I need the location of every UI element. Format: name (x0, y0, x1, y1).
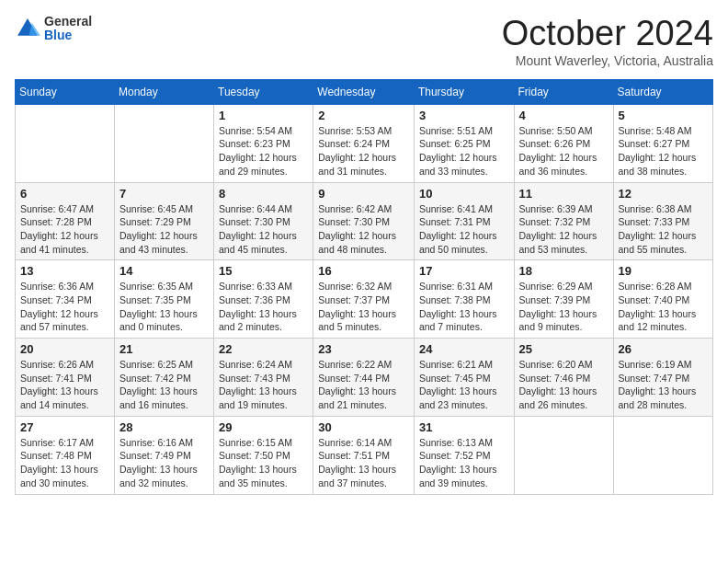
day-detail: Sunrise: 6:24 AMSunset: 7:43 PMDaylight:… (219, 358, 308, 412)
day-number: 22 (219, 342, 308, 356)
week-row-5: 27Sunrise: 6:17 AMSunset: 7:48 PMDayligh… (16, 416, 713, 494)
day-detail: Sunrise: 5:51 AMSunset: 6:25 PMDaylight:… (419, 124, 509, 178)
calendar-cell: 1Sunrise: 5:54 AMSunset: 6:23 PMDaylight… (214, 104, 313, 182)
page-header: General Blue October 2024 Mount Waverley… (15, 15, 713, 68)
calendar-cell: 16Sunrise: 6:32 AMSunset: 7:37 PMDayligh… (313, 260, 415, 339)
day-number: 27 (20, 420, 109, 434)
calendar-cell: 20Sunrise: 6:26 AMSunset: 7:41 PMDayligh… (16, 339, 115, 417)
day-number: 28 (119, 420, 209, 434)
calendar-header-row: SundayMondayTuesdayWednesdayThursdayFrid… (16, 79, 713, 104)
day-detail: Sunrise: 6:38 AMSunset: 7:33 PMDaylight:… (619, 202, 708, 257)
day-detail: Sunrise: 6:16 AMSunset: 7:49 PMDaylight:… (119, 436, 209, 490)
calendar-cell: 23Sunrise: 6:22 AMSunset: 7:44 PMDayligh… (313, 339, 415, 417)
calendar-cell (514, 416, 613, 494)
logo-general: General (44, 15, 92, 29)
day-detail: Sunrise: 6:36 AMSunset: 7:34 PMDaylight:… (20, 280, 109, 334)
day-number: 5 (619, 109, 708, 122)
calendar-cell: 19Sunrise: 6:28 AMSunset: 7:40 PMDayligh… (613, 260, 712, 339)
logo-icon (15, 16, 40, 41)
day-number: 17 (419, 264, 509, 278)
calendar-cell: 18Sunrise: 6:29 AMSunset: 7:39 PMDayligh… (514, 260, 613, 339)
calendar-cell: 26Sunrise: 6:19 AMSunset: 7:47 PMDayligh… (613, 339, 712, 417)
day-number: 13 (20, 264, 109, 278)
day-detail: Sunrise: 6:22 AMSunset: 7:44 PMDaylight:… (318, 358, 409, 412)
day-number: 9 (318, 187, 409, 201)
day-detail: Sunrise: 6:29 AMSunset: 7:39 PMDaylight:… (519, 280, 609, 334)
day-number: 8 (219, 187, 308, 201)
calendar-cell: 6Sunrise: 6:47 AMSunset: 7:28 PMDaylight… (16, 182, 115, 260)
day-detail: Sunrise: 6:35 AMSunset: 7:35 PMDaylight:… (119, 280, 209, 334)
calendar-cell: 14Sunrise: 6:35 AMSunset: 7:35 PMDayligh… (115, 260, 214, 339)
day-number: 26 (619, 342, 708, 356)
calendar-cell: 11Sunrise: 6:39 AMSunset: 7:32 PMDayligh… (514, 182, 613, 260)
day-detail: Sunrise: 6:21 AMSunset: 7:45 PMDaylight:… (419, 358, 509, 412)
header-day-sunday: Sunday (16, 79, 115, 104)
week-row-3: 13Sunrise: 6:36 AMSunset: 7:34 PMDayligh… (16, 260, 713, 339)
week-row-2: 6Sunrise: 6:47 AMSunset: 7:28 PMDaylight… (16, 182, 713, 260)
day-detail: Sunrise: 5:48 AMSunset: 6:27 PMDaylight:… (619, 124, 708, 178)
calendar-cell: 25Sunrise: 6:20 AMSunset: 7:46 PMDayligh… (514, 339, 613, 417)
day-number: 24 (419, 342, 509, 356)
day-detail: Sunrise: 6:28 AMSunset: 7:40 PMDaylight:… (619, 280, 708, 334)
header-day-tuesday: Tuesday (214, 79, 313, 104)
day-detail: Sunrise: 6:25 AMSunset: 7:42 PMDaylight:… (119, 358, 209, 412)
day-detail: Sunrise: 5:54 AMSunset: 6:23 PMDaylight:… (219, 124, 308, 178)
calendar-cell: 24Sunrise: 6:21 AMSunset: 7:45 PMDayligh… (414, 339, 514, 417)
day-number: 6 (20, 187, 109, 201)
calendar-cell: 7Sunrise: 6:45 AMSunset: 7:29 PMDaylight… (115, 182, 214, 260)
month-title: October 2024 (502, 15, 713, 53)
day-detail: Sunrise: 6:44 AMSunset: 7:30 PMDaylight:… (219, 202, 308, 257)
day-detail: Sunrise: 5:53 AMSunset: 6:24 PMDaylight:… (318, 124, 409, 178)
day-number: 3 (419, 109, 509, 122)
day-number: 18 (519, 264, 609, 278)
calendar-cell: 22Sunrise: 6:24 AMSunset: 7:43 PMDayligh… (214, 339, 313, 417)
day-detail: Sunrise: 6:41 AMSunset: 7:31 PMDaylight:… (419, 202, 509, 257)
calendar-cell: 28Sunrise: 6:16 AMSunset: 7:49 PMDayligh… (115, 416, 214, 494)
day-number: 10 (419, 187, 509, 201)
day-detail: Sunrise: 6:13 AMSunset: 7:52 PMDaylight:… (419, 436, 509, 490)
header-day-monday: Monday (115, 79, 214, 104)
day-number: 23 (318, 342, 409, 356)
calendar-cell: 12Sunrise: 6:38 AMSunset: 7:33 PMDayligh… (613, 182, 712, 260)
calendar-cell: 5Sunrise: 5:48 AMSunset: 6:27 PMDaylight… (613, 104, 712, 182)
day-detail: Sunrise: 6:14 AMSunset: 7:51 PMDaylight:… (318, 436, 409, 490)
day-number: 1 (219, 109, 308, 122)
week-row-4: 20Sunrise: 6:26 AMSunset: 7:41 PMDayligh… (16, 339, 713, 417)
day-detail: Sunrise: 6:15 AMSunset: 7:50 PMDaylight:… (219, 436, 308, 490)
day-number: 21 (119, 342, 209, 356)
day-number: 15 (219, 264, 308, 278)
header-day-saturday: Saturday (613, 79, 712, 104)
calendar-cell: 10Sunrise: 6:41 AMSunset: 7:31 PMDayligh… (414, 182, 514, 260)
calendar-table: SundayMondayTuesdayWednesdayThursdayFrid… (15, 79, 713, 495)
week-row-1: 1Sunrise: 5:54 AMSunset: 6:23 PMDaylight… (16, 104, 713, 182)
calendar-cell: 3Sunrise: 5:51 AMSunset: 6:25 PMDaylight… (414, 104, 514, 182)
day-number: 31 (419, 420, 509, 434)
day-detail: Sunrise: 6:45 AMSunset: 7:29 PMDaylight:… (119, 202, 209, 257)
day-number: 12 (619, 187, 708, 201)
day-number: 20 (20, 342, 109, 356)
day-number: 30 (318, 420, 409, 434)
calendar-cell: 15Sunrise: 6:33 AMSunset: 7:36 PMDayligh… (214, 260, 313, 339)
day-number: 14 (119, 264, 209, 278)
day-detail: Sunrise: 6:26 AMSunset: 7:41 PMDaylight:… (20, 358, 109, 412)
day-number: 2 (318, 109, 409, 122)
calendar-cell: 4Sunrise: 5:50 AMSunset: 6:26 PMDaylight… (514, 104, 613, 182)
day-detail: Sunrise: 6:32 AMSunset: 7:37 PMDaylight:… (318, 280, 409, 334)
calendar-cell (613, 416, 712, 494)
day-detail: Sunrise: 6:17 AMSunset: 7:48 PMDaylight:… (20, 436, 109, 490)
calendar-cell: 2Sunrise: 5:53 AMSunset: 6:24 PMDaylight… (313, 104, 415, 182)
calendar-cell: 27Sunrise: 6:17 AMSunset: 7:48 PMDayligh… (16, 416, 115, 494)
calendar-cell: 8Sunrise: 6:44 AMSunset: 7:30 PMDaylight… (214, 182, 313, 260)
day-detail: Sunrise: 6:33 AMSunset: 7:36 PMDaylight:… (219, 280, 308, 334)
day-number: 4 (519, 109, 609, 122)
day-detail: Sunrise: 6:31 AMSunset: 7:38 PMDaylight:… (419, 280, 509, 334)
day-detail: Sunrise: 5:50 AMSunset: 6:26 PMDaylight:… (519, 124, 609, 178)
calendar-cell: 9Sunrise: 6:42 AMSunset: 7:30 PMDaylight… (313, 182, 415, 260)
day-detail: Sunrise: 6:39 AMSunset: 7:32 PMDaylight:… (519, 202, 609, 257)
calendar-cell: 31Sunrise: 6:13 AMSunset: 7:52 PMDayligh… (414, 416, 514, 494)
logo-blue: Blue (44, 29, 92, 42)
calendar-cell: 13Sunrise: 6:36 AMSunset: 7:34 PMDayligh… (16, 260, 115, 339)
calendar-cell: 30Sunrise: 6:14 AMSunset: 7:51 PMDayligh… (313, 416, 415, 494)
header-day-thursday: Thursday (414, 79, 514, 104)
logo-text: General Blue (44, 15, 92, 43)
